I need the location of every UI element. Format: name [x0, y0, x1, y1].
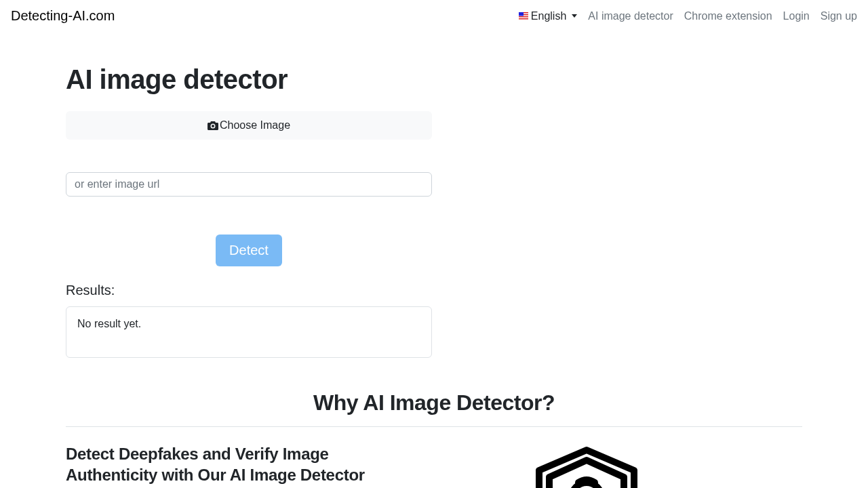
choose-image-button[interactable]: Choose Image	[66, 111, 432, 140]
camera-icon	[208, 121, 218, 130]
detect-button[interactable]: Detect	[216, 235, 282, 266]
svg-rect-4	[519, 18, 528, 20]
why-title: Why AI Image Detector?	[66, 390, 802, 415]
us-flag-icon	[519, 12, 528, 21]
results-column: Results: No result yet.	[66, 283, 432, 358]
main-container: AI image detector Choose Image Detect Re…	[58, 64, 810, 488]
detect-wrap: Detect	[66, 235, 432, 266]
results-label: Results:	[66, 283, 432, 298]
svg-rect-5	[519, 12, 524, 16]
why-row: Detect Deepfakes and Verify Image Authen…	[66, 443, 802, 488]
brand-link[interactable]: Detecting-AI.com	[11, 8, 115, 24]
nav-signup[interactable]: Sign up	[821, 10, 857, 22]
upload-column: Choose Image Detect	[66, 111, 432, 266]
nav-login[interactable]: Login	[783, 10, 810, 22]
navbar: Detecting-AI.com English AI image detect…	[0, 0, 868, 32]
why-text-column: Detect Deepfakes and Verify Image Authen…	[66, 443, 422, 488]
section-title: Detect Deepfakes and Verify Image Authen…	[66, 443, 422, 485]
results-card: No result yet.	[66, 306, 432, 358]
nav-links: AI image detector Chrome extension Login…	[588, 10, 857, 22]
nav-right: English AI image detector Chrome extensi…	[519, 10, 857, 22]
nav-chrome-extension[interactable]: Chrome extension	[684, 10, 772, 22]
page-title: AI image detector	[66, 64, 802, 95]
detector-row: Choose Image Detect Results: No result y…	[66, 111, 802, 358]
why-image-column	[438, 443, 802, 488]
image-url-input[interactable]	[66, 172, 432, 197]
choose-image-label: Choose Image	[220, 119, 290, 131]
divider	[66, 426, 802, 427]
results-text: No result yet.	[77, 318, 420, 330]
nav-ai-detector[interactable]: AI image detector	[588, 10, 673, 22]
shield-person-icon	[519, 443, 722, 488]
svg-rect-3	[519, 16, 528, 18]
chevron-down-icon	[572, 14, 577, 18]
language-label: English	[531, 10, 566, 22]
language-dropdown[interactable]: English	[519, 10, 577, 22]
